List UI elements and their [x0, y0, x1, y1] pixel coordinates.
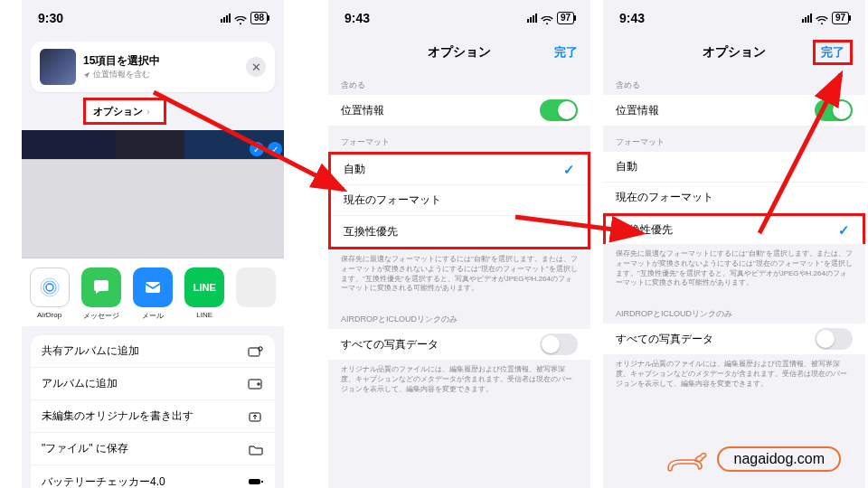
cell-all-photo-data[interactable]: すべての写真データ [328, 329, 590, 360]
share-title: 15項目を選択中 [83, 53, 239, 69]
action-export-original[interactable]: 未編集のオリジナルを書き出す [31, 400, 275, 433]
watermark: nagaidog.com [663, 445, 841, 474]
airdrop-icon [30, 267, 70, 307]
done-button-highlight[interactable]: 完了 [813, 40, 853, 65]
status-time: 9:30 [38, 11, 63, 25]
nav-bar: オプション 完了 [603, 36, 865, 69]
cell-format-compat-highlight[interactable]: 互換性優先 ✓ [603, 213, 865, 244]
section-header-airdrop: AIRDROPとICLOUDリンクのみ [328, 303, 590, 329]
app-other[interactable] [236, 267, 277, 321]
wifi-icon [816, 14, 828, 23]
format-group: 自動 現在のフォーマット 互換性優先 ✓ [603, 152, 865, 244]
generic-app-icon [236, 267, 276, 307]
done-button[interactable]: 完了 [554, 44, 578, 61]
section-header-airdrop: AIRDROPとICLOUDリンクのみ [603, 297, 865, 324]
phone-options-compat: 9:43 97 オプション 完了 含める 位置情報 フォーマット 自動 [603, 0, 865, 488]
battery-indicator: 98 [250, 12, 268, 24]
airdrop-footer: オリジナル品質のファイルには、編集履歴および位置情報、被写界深度、キャプションな… [328, 360, 590, 403]
toggle-off-icon[interactable] [815, 328, 853, 350]
photo-strip[interactable]: ✓ ✓ [22, 130, 284, 159]
format-footer: 保存先に最適なフォーマットにするには"自動"を選択します。または、フォーマットが… [328, 249, 590, 303]
nav-title: オプション [703, 44, 766, 61]
cell-format-current[interactable]: 現在のフォーマット [331, 185, 588, 216]
battery-icon [248, 475, 264, 488]
toggle-off-icon[interactable] [540, 333, 578, 355]
action-save-files[interactable]: "ファイル" に保存 [31, 433, 275, 465]
airdrop-footer: オリジナル品質のファイルには、編集履歴および位置情報、被写界深度、キャプションな… [603, 354, 865, 398]
export-icon [248, 410, 264, 423]
wifi-icon [234, 14, 247, 23]
selection-check-icon: ✓ [268, 142, 282, 156]
status-bar: 9:43 97 [603, 0, 865, 36]
messages-icon [81, 267, 121, 307]
dog-icon [663, 445, 710, 474]
svg-point-1 [43, 281, 56, 294]
phone-share-sheet: 9:30 98 15項目を選択中 位置情報を含む ✕ オプション › [22, 0, 284, 488]
cell-format-auto[interactable]: 自動 ✓ [331, 155, 588, 185]
line-icon: LINE [184, 267, 224, 307]
section-header-include: 含める [328, 69, 590, 95]
album-icon [248, 378, 264, 390]
battery-indicator: 97 [557, 12, 574, 24]
cellular-icon [802, 14, 812, 23]
cellular-icon [527, 14, 537, 23]
close-button[interactable]: ✕ [246, 57, 266, 77]
app-messages[interactable]: メッセージ [80, 267, 121, 321]
svg-rect-8 [249, 479, 260, 484]
options-link[interactable]: オプション › [86, 100, 164, 122]
options-link-highlight: オプション › [83, 98, 166, 125]
cell-all-photo-data[interactable]: すべての写真データ [603, 324, 865, 354]
watermark-text: nagaidog.com [717, 446, 841, 472]
action-add-album[interactable]: アルバムに追加 [31, 368, 275, 400]
cell-location[interactable]: 位置情報 [603, 95, 865, 126]
app-mail[interactable]: メール [132, 267, 173, 321]
share-subtitle: 位置情報を含む [83, 69, 239, 80]
toggle-on-icon[interactable] [815, 99, 853, 121]
phone-options-auto: 9:43 97 オプション 完了 含める 位置情報 フォーマット 自動 [328, 0, 590, 488]
nav-bar: オプション 完了 [328, 36, 590, 69]
svg-rect-4 [249, 348, 259, 356]
shared-album-icon [248, 345, 264, 358]
share-thumbnail [40, 49, 76, 85]
svg-point-0 [46, 284, 53, 291]
nav-title: オプション [428, 44, 491, 61]
mail-icon [133, 267, 173, 307]
action-shared-album[interactable]: 共有アルバムに追加 [31, 335, 275, 368]
status-bar: 9:43 97 [328, 0, 590, 36]
chevron-right-icon: › [146, 106, 150, 117]
section-header-format: フォーマット [328, 126, 590, 152]
share-apps-row: AirDrop メッセージ メール LINE LINE [22, 258, 284, 326]
app-airdrop[interactable]: AirDrop [29, 267, 70, 321]
section-header-include: 含める [603, 69, 865, 95]
checkmark-icon: ✓ [563, 162, 575, 178]
format-group-highlight: 自動 ✓ 現在のフォーマット 互換性優先 [328, 152, 590, 249]
cellular-icon [221, 14, 231, 23]
share-header-card: 15項目を選択中 位置情報を含む ✕ [31, 42, 275, 92]
cell-location[interactable]: 位置情報 [328, 95, 590, 126]
backdrop-gap [22, 159, 284, 258]
selection-check-icon: ✓ [250, 142, 264, 156]
status-time: 9:43 [619, 11, 645, 25]
format-footer: 保存先に最適なフォーマットにするには"自動"を選択します。または、フォーマットが… [603, 244, 865, 297]
cell-format-compat[interactable]: 互換性優先 [331, 216, 588, 247]
share-actions-list: 共有アルバムに追加 アルバムに追加 未編集のオリジナルを書き出す "ファイル" … [31, 335, 275, 488]
wifi-icon [541, 14, 553, 23]
status-time: 9:43 [344, 11, 370, 25]
checkmark-icon: ✓ [838, 222, 850, 239]
action-battery-checker[interactable]: バッテリーチェッカー4.0 [31, 465, 275, 488]
status-bar: 9:30 98 [22, 0, 284, 36]
location-icon [83, 71, 90, 79]
svg-rect-3 [146, 282, 160, 293]
section-header-format: フォーマット [603, 126, 865, 152]
cell-format-auto[interactable]: 自動 [603, 152, 865, 183]
battery-indicator: 97 [832, 12, 849, 24]
app-line[interactable]: LINE LINE [184, 267, 225, 321]
svg-rect-9 [261, 481, 263, 483]
files-icon [248, 443, 264, 455]
toggle-on-icon[interactable] [540, 99, 578, 121]
cell-format-current[interactable]: 現在のフォーマット [603, 183, 865, 213]
